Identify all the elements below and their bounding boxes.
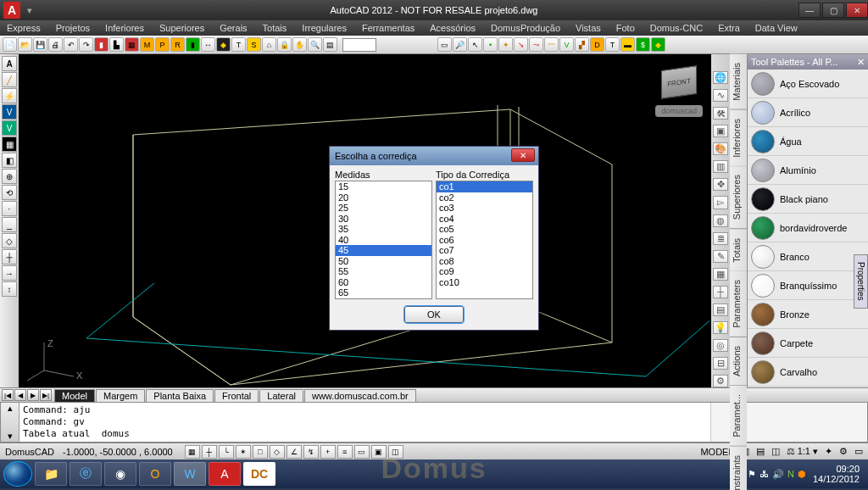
menu-projetos[interactable]: Projetos (53, 23, 93, 33)
swatch-item[interactable]: Cerâmica (748, 387, 868, 387)
task-dc-icon[interactable]: DC (243, 462, 275, 486)
swatch-item[interactable]: Alumínio (748, 156, 868, 185)
menu-domusprodução[interactable]: DomusProdução (487, 23, 564, 33)
tab-next-icon[interactable]: ▶ (27, 389, 39, 401)
tool-flag-icon[interactable]: ▙ (109, 37, 124, 52)
menu-superiores[interactable]: Superiores (156, 23, 208, 33)
tool-arrows-icon[interactable]: ↔ (201, 37, 215, 52)
list-item[interactable]: 15 (336, 181, 431, 192)
rt-sel-icon[interactable]: ▣ (713, 125, 728, 137)
tool-red2-icon[interactable]: ▦ (125, 37, 139, 52)
tool-layers-icon[interactable]: ▤ (323, 37, 337, 52)
undo-icon[interactable]: ↶ (64, 37, 78, 52)
palette-close-icon[interactable]: ✕ (857, 57, 865, 68)
status-model[interactable]: MODEL (700, 447, 733, 457)
tool-pt5-icon[interactable]: 〰 (544, 37, 559, 52)
tool-dollar-icon[interactable]: $ (636, 37, 650, 52)
sb-polar-icon[interactable]: ✶ (236, 445, 251, 459)
sb-3d-icon[interactable]: ◇ (270, 445, 285, 459)
lt-cut-icon[interactable]: ⎯ (2, 217, 17, 232)
ok-button[interactable]: OK (404, 306, 464, 323)
sb-dyn-icon[interactable]: + (320, 445, 336, 459)
menu-totais[interactable]: Totais (259, 23, 291, 33)
rt-globe-icon[interactable]: 🌐 (713, 71, 728, 84)
swatch-item[interactable]: bordavidroverde (748, 214, 868, 242)
list-item[interactable]: co3 (437, 203, 532, 214)
task-chrome-icon[interactable]: ◉ (104, 462, 136, 486)
rt-gear-icon[interactable]: ⚙ (713, 375, 728, 387)
tab-first-icon[interactable]: |◀ (2, 389, 14, 401)
sb-r3-icon[interactable]: ◫ (771, 446, 780, 457)
list-item[interactable]: 25 (336, 203, 431, 214)
lt-dia-icon[interactable]: ◇ (2, 233, 17, 248)
swatch-item[interactable]: Black piano (748, 185, 868, 214)
tool-ru-icon[interactable]: ▬ (620, 37, 635, 52)
tool-t-icon[interactable]: T (231, 37, 246, 52)
rt-pal-icon[interactable]: 🎨 (713, 142, 728, 155)
palette-tab-totais[interactable]: Totais (730, 230, 747, 272)
sb-ortho-icon[interactable]: └ (219, 445, 234, 459)
rt-brk-icon[interactable]: ⊟ (713, 357, 728, 370)
menu-acessórios[interactable]: Acessórios (426, 23, 479, 33)
tool-hand-icon[interactable]: ✋ (292, 37, 307, 52)
swatch-item[interactable]: Branco (748, 242, 868, 271)
layout-tab-model[interactable]: Model (54, 389, 95, 402)
palette-tab-paramet...[interactable]: Paramet... (730, 386, 747, 447)
palette-tab-constraints[interactable]: Constraints (730, 447, 747, 490)
list-item[interactable]: co9 (437, 266, 532, 277)
lt-line-icon[interactable]: ╱ (2, 72, 17, 87)
tab-last-icon[interactable]: ▶| (40, 389, 52, 401)
viewcube[interactable]: FRONT (654, 61, 704, 103)
menu-domus-cnc[interactable]: Domus-CNC (647, 23, 706, 33)
sb-tpy-icon[interactable]: ▭ (354, 445, 370, 459)
rt-layer-icon[interactable]: ≣ (713, 232, 728, 245)
task-outlook-icon[interactable]: O (139, 462, 171, 486)
qat-arrow[interactable]: ▾ (27, 5, 32, 16)
lt-plus-icon[interactable]: ┼ (2, 249, 17, 264)
start-button[interactable] (3, 461, 32, 487)
task-explorer-icon[interactable]: 📁 (35, 462, 67, 486)
sb-ducs-icon[interactable]: ↯ (303, 445, 319, 459)
tool-r-icon[interactable]: R (170, 37, 185, 52)
menu-gerais[interactable]: Gerais (216, 23, 250, 33)
tool-red1-icon[interactable]: ▮ (94, 37, 108, 52)
tool-b1-icon[interactable]: ▭ (437, 37, 452, 52)
lt-bolt-icon[interactable]: ⚡ (2, 88, 17, 103)
list-item[interactable]: co1 (437, 181, 532, 192)
tray-vol-icon[interactable]: 🔊 (772, 469, 784, 480)
swatch-item[interactable]: Bronze (748, 300, 868, 329)
list-item[interactable]: 20 (336, 192, 431, 203)
palette-tab-superiores[interactable]: Superiores (730, 166, 747, 229)
sb-qp-icon[interactable]: ▣ (371, 445, 387, 459)
tool-text-icon[interactable]: T (605, 37, 620, 52)
sb-grid-icon[interactable]: ┼ (202, 445, 217, 459)
rt-stk-icon[interactable]: ▤ (713, 303, 728, 316)
lt-vbox-icon[interactable]: V (2, 120, 17, 136)
lt-cyl-icon[interactable]: ⊕ (2, 169, 17, 184)
tool-find-icon[interactable]: 🔎 (453, 37, 467, 52)
sb-scale[interactable]: ⚖ 1:1 ▾ (787, 446, 818, 457)
rt-pen-icon[interactable]: ✎ (713, 250, 728, 263)
palette-tab-actions[interactable]: Actions (730, 337, 747, 386)
sb-r6-icon[interactable]: ▭ (854, 446, 863, 457)
layout-tab-frontal[interactable]: Frontal (214, 389, 259, 402)
redo-icon[interactable]: ↷ (79, 37, 93, 52)
sb-r4-icon[interactable]: ✦ (825, 446, 832, 457)
lt-pt-icon[interactable]: · (2, 201, 17, 216)
menu-foto[interactable]: Foto (613, 23, 638, 33)
list-item[interactable]: co5 (437, 224, 532, 235)
tab-prev-icon[interactable]: ◀ (14, 389, 26, 401)
menu-ferramentas[interactable]: Ferramentas (359, 23, 418, 33)
close-button[interactable]: ✕ (846, 3, 868, 18)
list-item[interactable]: co10 (437, 277, 532, 288)
tool-br-icon[interactable]: ◆ (651, 37, 665, 52)
tray-flag-icon[interactable]: ⚑ (748, 469, 756, 480)
tool-pt2-icon[interactable]: ✦ (498, 37, 513, 52)
rt-grid-icon[interactable]: ▦ (713, 268, 728, 281)
layout-tab-planta-baixa[interactable]: Planta Baixa (146, 389, 214, 402)
tool-pt1-icon[interactable]: • (483, 37, 498, 52)
rt-cam-icon[interactable]: ▻ (713, 196, 728, 209)
layout-tab-lateral[interactable]: Lateral (259, 389, 303, 402)
menu-inferiores[interactable]: Inferiores (102, 23, 147, 33)
command-text[interactable]: Command: aju Command: gv Tabela atual do… (19, 403, 710, 442)
